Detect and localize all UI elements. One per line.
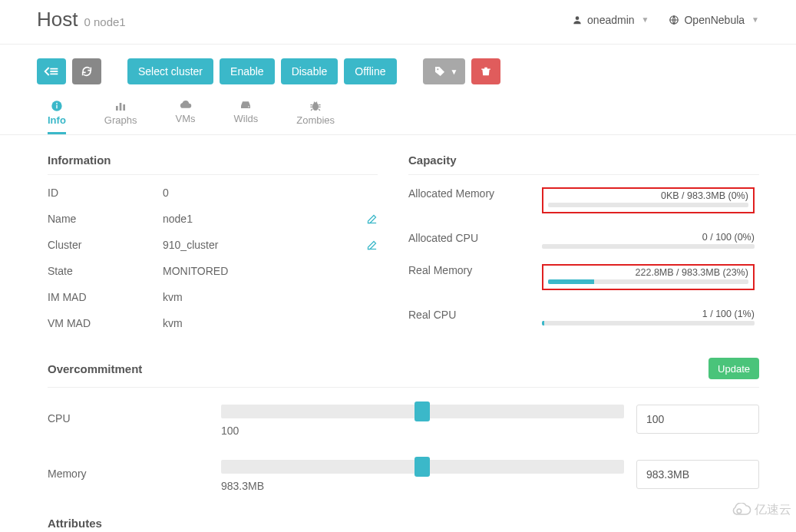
progress-bar	[548, 279, 748, 284]
cap-bar-wrap: 1 / 100 (1%)	[542, 309, 755, 325]
tabs: Info Graphs VMs Wilds Zombies	[0, 92, 796, 135]
refresh-button[interactable]	[72, 58, 101, 84]
oc-row-cpu: CPU 100	[48, 388, 759, 443]
cap-row-alloc-mem: Allocated Memory 0KB / 983.3MB (0%)	[408, 180, 759, 224]
cap-text: 1 / 100 (1%)	[542, 309, 755, 319]
info-key: VM MAD	[48, 317, 163, 329]
cap-label: Real Memory	[408, 264, 539, 276]
tab-graphs[interactable]: Graphs	[104, 100, 137, 134]
info-val: kvm	[163, 317, 378, 329]
tab-label: Info	[48, 114, 66, 126]
svg-rect-12	[368, 248, 376, 249]
cap-bar-wrap: 0 / 100 (0%)	[542, 232, 755, 249]
progress-bar	[542, 321, 755, 325]
info-row-im-mad: IM MAD kvm	[48, 284, 378, 310]
user-menu[interactable]: oneadmin ▼	[572, 14, 649, 26]
svg-point-0	[576, 16, 580, 20]
oc-label: Memory	[48, 460, 209, 480]
user-icon	[572, 15, 583, 25]
tag-dropdown-button[interactable]: ▼	[423, 58, 466, 84]
slider-knob[interactable]	[415, 401, 430, 421]
information-panel: Information ID 0 Name node1 Cluster 910_…	[48, 154, 378, 336]
info-key: Name	[48, 213, 163, 225]
highlight-box: 222.8MB / 983.3MB (23%)	[542, 264, 755, 290]
svg-point-9	[249, 106, 250, 107]
memory-slider[interactable]	[221, 460, 624, 474]
svg-rect-6	[116, 106, 118, 111]
svg-rect-11	[368, 222, 376, 223]
toolbar: Select cluster Enable Disable Offline ▼	[0, 45, 796, 92]
delete-button[interactable]	[471, 58, 500, 84]
offline-button[interactable]: Offline	[344, 58, 396, 84]
cap-text: 222.8MB / 983.3MB (23%)	[548, 267, 748, 278]
brand-name: OpenNebula	[684, 14, 745, 26]
cap-label: Allocated CPU	[408, 232, 539, 244]
oc-row-memory: Memory 983.3MB	[48, 443, 759, 498]
tab-label: Wilds	[233, 113, 258, 124]
cap-row-alloc-cpu: Allocated CPU 0 / 100 (0%)	[408, 224, 759, 256]
info-val: MONITORED	[163, 265, 378, 277]
brand-menu[interactable]: OpenNebula ▼	[669, 14, 759, 26]
top-right: oneadmin ▼ OpenNebula ▼	[572, 14, 759, 26]
tab-label: Graphs	[104, 114, 137, 126]
tab-info[interactable]: Info	[48, 100, 66, 134]
cap-row-real-mem: Real Memory 222.8MB / 983.3MB (23%)	[408, 256, 759, 301]
user-name: oneadmin	[587, 14, 635, 26]
info-row-name: Name node1	[48, 206, 378, 232]
svg-point-14	[737, 508, 742, 513]
tab-label: Zombies	[296, 114, 335, 126]
back-list-button[interactable]	[37, 58, 66, 84]
oc-label: CPU	[48, 405, 209, 425]
bug-icon	[309, 100, 322, 112]
memory-input[interactable]	[636, 460, 759, 489]
progress-bar	[548, 203, 748, 207]
svg-rect-4	[56, 105, 57, 109]
info-key: State	[48, 265, 163, 277]
topbar: Host 0 node1 oneadmin ▼ OpenNebula ▼	[0, 0, 796, 45]
chevron-down-icon: ▼	[642, 15, 649, 24]
capacity-panel: Capacity Allocated Memory 0KB / 983.3MB …	[408, 154, 759, 336]
edit-icon[interactable]	[366, 240, 378, 251]
svg-rect-7	[120, 103, 122, 111]
cpu-input[interactable]	[636, 405, 759, 434]
information-heading: Information	[48, 154, 378, 175]
chevron-down-icon: ▼	[451, 68, 458, 76]
cloud-icon	[178, 100, 192, 111]
slider-knob[interactable]	[415, 457, 430, 477]
tab-vms[interactable]: VMs	[175, 100, 195, 134]
info-val: 910_cluster	[163, 239, 366, 251]
svg-rect-8	[123, 104, 125, 111]
page-title-wrap: Host 0 node1	[37, 8, 126, 31]
cap-row-real-cpu: Real CPU 1 / 100 (1%)	[408, 301, 759, 333]
watermark: 亿速云	[730, 502, 791, 518]
chart-icon	[114, 100, 127, 112]
page-subtitle: 0 node1	[84, 15, 125, 28]
enable-button[interactable]: Enable	[220, 58, 275, 84]
watermark-text: 亿速云	[755, 502, 791, 518]
info-row-id: ID 0	[48, 180, 378, 206]
cap-label: Allocated Memory	[408, 187, 539, 200]
globe-icon	[669, 15, 679, 25]
info-row-state: State MONITORED	[48, 258, 378, 284]
cpu-slider[interactable]	[221, 405, 624, 418]
info-row-vm-mad: VM MAD kvm	[48, 310, 378, 336]
update-button[interactable]: Update	[708, 358, 759, 379]
select-cluster-button[interactable]: Select cluster	[127, 58, 213, 84]
content: Information ID 0 Name node1 Cluster 910_…	[0, 135, 796, 532]
overcommitment-panel: Overcommitment Update CPU 100 Memory 983…	[48, 358, 759, 498]
chevron-down-icon: ▼	[751, 15, 759, 24]
svg-point-2	[437, 68, 438, 70]
attributes-panel: Attributes ARCH x86_64	[48, 517, 759, 532]
svg-point-10	[312, 102, 319, 111]
info-val: kvm	[163, 291, 378, 303]
highlight-box: 0KB / 983.3MB (0%)	[542, 187, 755, 213]
disable-button[interactable]: Disable	[281, 58, 339, 84]
info-key: Cluster	[48, 239, 163, 251]
edit-icon[interactable]	[366, 213, 378, 225]
cap-text: 0KB / 983.3MB (0%)	[548, 190, 748, 201]
info-val: node1	[163, 213, 366, 225]
slider-value: 983.3MB	[221, 480, 624, 492]
slider-value: 100	[221, 425, 624, 437]
tab-wilds[interactable]: Wilds	[233, 100, 258, 134]
tab-zombies[interactable]: Zombies	[296, 100, 335, 134]
